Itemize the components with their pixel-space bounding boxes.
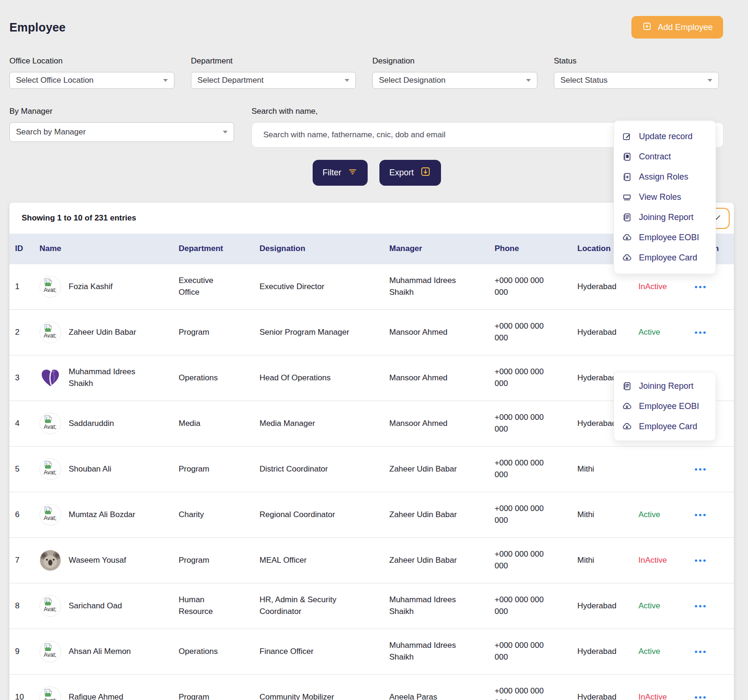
by-manager-filter: By Manager Search by Manager <box>9 107 234 148</box>
cell-name: Avat;Shouban Ali <box>34 447 173 492</box>
cell-location: Hyderabad <box>572 675 633 700</box>
org-logo-avatar <box>39 367 61 389</box>
designation-filter: Designation Select Designation <box>372 56 537 89</box>
menu-item-employee-card[interactable]: Employee Card <box>614 248 716 268</box>
cell-phone: +000 000 000 000 <box>489 264 572 310</box>
menu-item-contract[interactable]: Contract <box>614 147 716 167</box>
cell-action <box>688 492 734 538</box>
cell-department: Program <box>173 538 254 583</box>
designation-select[interactable]: Select Designation <box>372 72 537 89</box>
row-actions-button[interactable] <box>694 329 728 337</box>
cell-action <box>688 310 734 355</box>
office-location-select[interactable]: Select Office Location <box>9 72 174 89</box>
menu-item-joining-report[interactable]: Joining Report <box>614 207 716 228</box>
cell-id: 7 <box>9 538 34 583</box>
employee-name: Saddaruddin <box>69 418 114 430</box>
cell-id: 9 <box>9 629 34 675</box>
filter-button[interactable]: Filter <box>313 160 368 186</box>
menu-item-label: Employee Card <box>639 253 697 263</box>
avatar-alt-text: Avat; <box>44 515 56 522</box>
cell-name: Avat;Zaheer Udin Babar <box>34 310 173 355</box>
employee-name: Zaheer Udin Babar <box>69 327 136 338</box>
designation-label: Designation <box>372 56 537 66</box>
cell-location: Mithi <box>572 538 633 583</box>
menu-item-label: Assign Roles <box>639 172 688 182</box>
cell-status: Active <box>633 492 688 538</box>
export-button[interactable]: Export <box>379 160 441 186</box>
cell-designation: Media Manager <box>254 401 384 447</box>
employee-table: IDNameDepartmentDesignationManagerPhoneL… <box>9 234 734 700</box>
employee-page: Employee Add Employee Office Location Se… <box>0 0 748 700</box>
menu-item-employee-card[interactable]: Employee Card <box>614 417 716 437</box>
cell-status: InActive <box>633 538 688 583</box>
cell-status: Active <box>633 310 688 355</box>
broken-image-icon <box>44 506 53 515</box>
cell-department: Program <box>173 447 254 492</box>
row-actions-button[interactable] <box>694 557 728 565</box>
table-row: 9Avat;Ahsan Ali MemonOperationsFinance O… <box>9 629 734 675</box>
filter-button-label: Filter <box>323 168 341 178</box>
edit-square-icon <box>622 132 632 142</box>
row-actions-menu: Update recordContractAssign RolesView Ro… <box>614 120 716 274</box>
status-text: Active <box>638 601 660 610</box>
cell-name: Avat;Sarichand Oad <box>34 583 173 629</box>
cell-id: 4 <box>9 401 34 447</box>
menu-item-view-roles[interactable]: View Roles <box>614 187 716 207</box>
department-select[interactable]: Select Department <box>191 72 356 89</box>
designation-value: Select Designation <box>379 76 446 85</box>
cell-id: 5 <box>9 447 34 492</box>
joining-report-icon <box>622 212 632 222</box>
row-actions-button[interactable] <box>694 602 728 610</box>
add-employee-button[interactable]: Add Employee <box>631 16 723 39</box>
menu-item-employee-eobi[interactable]: Employee EOBI <box>614 396 716 417</box>
cell-action <box>688 629 734 675</box>
cell-name: Avat;Fozia Kashif <box>34 264 173 310</box>
cell-name: Waseem Yousaf <box>34 538 173 583</box>
row-actions-button[interactable] <box>694 648 728 656</box>
menu-item-assign-roles[interactable]: Assign Roles <box>614 167 716 187</box>
office-location-filter: Office Location Select Office Location <box>9 56 174 89</box>
employee-name: Waseem Yousaf <box>69 555 126 566</box>
broken-avatar-image: Avat; <box>39 458 61 480</box>
menu-item-employee-eobi[interactable]: Employee EOBI <box>614 228 716 248</box>
office-location-value: Select Office Location <box>16 76 94 85</box>
cloud-download-icon <box>622 253 632 263</box>
cloud-download-icon <box>622 233 632 243</box>
cell-id: 2 <box>9 310 34 355</box>
cell-action <box>688 583 734 629</box>
row-actions-button[interactable] <box>694 283 728 291</box>
status-select[interactable]: Select Status <box>554 72 719 89</box>
heart-logo-icon <box>40 368 61 388</box>
cell-action <box>688 538 734 583</box>
by-manager-select[interactable]: Search by Manager <box>9 122 234 142</box>
menu-item-label: Employee EOBI <box>639 233 699 243</box>
cell-phone: +000 000 000 000 <box>489 310 572 355</box>
cell-action <box>688 447 734 492</box>
broken-image-icon <box>44 643 53 652</box>
row-actions-button[interactable] <box>694 693 728 700</box>
employee-name: Muhammad Idrees Shaikh <box>69 366 151 389</box>
cell-location: Mithi <box>572 492 633 538</box>
menu-item-label: View Roles <box>639 192 681 202</box>
menu-item-update-record[interactable]: Update record <box>614 126 716 147</box>
cell-designation: District Coordinator <box>254 447 384 492</box>
broken-image-icon <box>44 461 53 470</box>
table-row: 10Avat;Rafique AhmedProgramCommunity Mob… <box>9 675 734 700</box>
cell-manager: Muhammad Idrees Shaikh <box>384 583 489 629</box>
cell-id: 10 <box>9 675 34 700</box>
cell-phone: +000 000 000 000 <box>489 629 572 675</box>
employee-table-card: Showing 1 to 10 of 231 entries IDNameDep… <box>9 203 734 700</box>
photo-avatar <box>39 550 61 571</box>
cell-phone: +000 000 000 000 <box>489 538 572 583</box>
menu-item-label: Employee Card <box>639 422 697 432</box>
caret-down-icon <box>526 79 531 82</box>
row-actions-button[interactable] <box>694 511 728 519</box>
menu-item-joining-report[interactable]: Joining Report <box>614 376 716 396</box>
row-actions-button[interactable] <box>694 465 728 473</box>
by-manager-value: Search by Manager <box>16 127 86 137</box>
koala-photo <box>39 550 61 571</box>
cell-department: Media <box>173 401 254 447</box>
cell-id: 6 <box>9 492 34 538</box>
broken-avatar-image: Avat; <box>39 276 61 298</box>
column-header-manager: Manager <box>384 234 489 264</box>
